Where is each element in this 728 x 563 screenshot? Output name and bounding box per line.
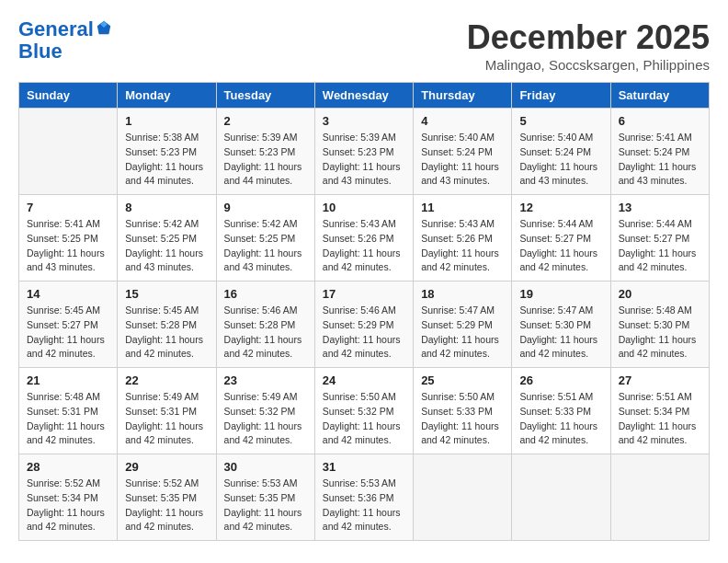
calendar-header: SundayMondayTuesdayWednesdayThursdayFrid… [19, 83, 710, 109]
calendar-day-2: 2Sunrise: 5:39 AM Sunset: 5:23 PM Daylig… [216, 109, 314, 195]
calendar-day-21: 21Sunrise: 5:48 AM Sunset: 5:31 PM Dayli… [19, 368, 118, 454]
day-number: 6 [619, 114, 701, 128]
day-number: 16 [224, 287, 307, 301]
calendar-week-3: 14Sunrise: 5:45 AM Sunset: 5:27 PM Dayli… [19, 282, 710, 368]
day-info: Sunrise: 5:49 AM Sunset: 5:32 PM Dayligh… [224, 390, 307, 448]
calendar-day-15: 15Sunrise: 5:45 AM Sunset: 5:28 PM Dayli… [118, 282, 216, 368]
day-info: Sunrise: 5:49 AM Sunset: 5:31 PM Dayligh… [125, 390, 208, 448]
day-number: 24 [323, 373, 405, 387]
day-number: 11 [421, 201, 504, 214]
calendar-week-5: 28Sunrise: 5:52 AM Sunset: 5:34 PM Dayli… [19, 454, 710, 541]
weekday-header-friday: Friday [512, 83, 610, 109]
page-header: General Blue December 2025 Malingao, Soc… [18, 18, 710, 73]
calendar-day-9: 9Sunrise: 5:42 AM Sunset: 5:25 PM Daylig… [216, 195, 314, 282]
calendar-day-7: 7Sunrise: 5:41 AM Sunset: 5:25 PM Daylig… [19, 195, 118, 282]
calendar-week-4: 21Sunrise: 5:48 AM Sunset: 5:31 PM Dayli… [19, 368, 710, 454]
day-number: 18 [421, 287, 504, 301]
day-info: Sunrise: 5:39 AM Sunset: 5:23 PM Dayligh… [323, 131, 405, 189]
calendar-week-1: 1Sunrise: 5:38 AM Sunset: 5:23 PM Daylig… [19, 109, 710, 195]
day-info: Sunrise: 5:47 AM Sunset: 5:29 PM Dayligh… [421, 304, 504, 362]
day-number: 30 [224, 460, 307, 474]
day-number: 1 [125, 114, 208, 128]
day-info: Sunrise: 5:45 AM Sunset: 5:28 PM Dayligh… [125, 304, 208, 362]
calendar-day-10: 10Sunrise: 5:43 AM Sunset: 5:26 PM Dayli… [314, 195, 413, 282]
calendar-day-12: 12Sunrise: 5:44 AM Sunset: 5:27 PM Dayli… [512, 195, 610, 282]
calendar-day-27: 27Sunrise: 5:51 AM Sunset: 5:34 PM Dayli… [610, 368, 709, 454]
day-info: Sunrise: 5:53 AM Sunset: 5:36 PM Dayligh… [323, 477, 405, 534]
day-info: Sunrise: 5:44 AM Sunset: 5:27 PM Dayligh… [619, 217, 701, 275]
day-number: 8 [125, 201, 208, 214]
weekday-header-monday: Monday [118, 83, 216, 109]
day-info: Sunrise: 5:40 AM Sunset: 5:24 PM Dayligh… [421, 131, 504, 189]
day-info: Sunrise: 5:51 AM Sunset: 5:34 PM Dayligh… [619, 390, 701, 448]
day-number: 2 [224, 114, 307, 128]
day-number: 7 [27, 201, 109, 214]
calendar-day-18: 18Sunrise: 5:47 AM Sunset: 5:29 PM Dayli… [414, 282, 512, 368]
day-info: Sunrise: 5:41 AM Sunset: 5:24 PM Dayligh… [619, 131, 701, 189]
day-info: Sunrise: 5:50 AM Sunset: 5:33 PM Dayligh… [421, 390, 504, 448]
day-info: Sunrise: 5:46 AM Sunset: 5:29 PM Dayligh… [323, 304, 405, 362]
day-number: 13 [619, 201, 701, 214]
calendar-day-16: 16Sunrise: 5:46 AM Sunset: 5:28 PM Dayli… [216, 282, 314, 368]
day-info: Sunrise: 5:43 AM Sunset: 5:26 PM Dayligh… [323, 217, 405, 275]
day-info: Sunrise: 5:51 AM Sunset: 5:33 PM Dayligh… [519, 390, 602, 448]
day-number: 28 [27, 460, 109, 474]
calendar-day-1: 1Sunrise: 5:38 AM Sunset: 5:23 PM Daylig… [118, 109, 216, 195]
day-info: Sunrise: 5:48 AM Sunset: 5:31 PM Dayligh… [27, 390, 109, 448]
weekday-header-sunday: Sunday [19, 83, 118, 109]
day-number: 20 [619, 287, 701, 301]
calendar-day-30: 30Sunrise: 5:53 AM Sunset: 5:35 PM Dayli… [216, 454, 314, 541]
calendar-day-5: 5Sunrise: 5:40 AM Sunset: 5:24 PM Daylig… [512, 109, 610, 195]
day-info: Sunrise: 5:43 AM Sunset: 5:26 PM Dayligh… [421, 217, 504, 275]
calendar-empty-cell [512, 454, 610, 541]
day-info: Sunrise: 5:40 AM Sunset: 5:24 PM Dayligh… [519, 131, 602, 189]
calendar-day-19: 19Sunrise: 5:47 AM Sunset: 5:30 PM Dayli… [512, 282, 610, 368]
calendar-day-24: 24Sunrise: 5:50 AM Sunset: 5:32 PM Dayli… [314, 368, 413, 454]
calendar-day-29: 29Sunrise: 5:52 AM Sunset: 5:35 PM Dayli… [118, 454, 216, 541]
logo-general: General [18, 17, 94, 40]
day-info: Sunrise: 5:50 AM Sunset: 5:32 PM Dayligh… [323, 390, 405, 448]
day-number: 3 [323, 114, 405, 128]
day-number: 19 [519, 287, 602, 301]
day-number: 23 [224, 373, 307, 387]
title-block: December 2025 Malingao, Soccsksargen, Ph… [467, 18, 710, 73]
calendar-empty-cell [414, 454, 512, 541]
day-info: Sunrise: 5:52 AM Sunset: 5:34 PM Dayligh… [27, 477, 109, 534]
day-number: 5 [519, 114, 602, 128]
calendar-day-22: 22Sunrise: 5:49 AM Sunset: 5:31 PM Dayli… [118, 368, 216, 454]
weekday-header-wednesday: Wednesday [314, 83, 413, 109]
calendar-day-31: 31Sunrise: 5:53 AM Sunset: 5:36 PM Dayli… [314, 454, 413, 541]
calendar-empty-cell [19, 109, 118, 195]
day-info: Sunrise: 5:41 AM Sunset: 5:25 PM Dayligh… [27, 217, 109, 275]
day-number: 27 [619, 373, 701, 387]
calendar-day-28: 28Sunrise: 5:52 AM Sunset: 5:34 PM Dayli… [19, 454, 118, 541]
day-info: Sunrise: 5:47 AM Sunset: 5:30 PM Dayligh… [519, 304, 602, 362]
day-number: 9 [224, 201, 307, 214]
day-number: 22 [125, 373, 208, 387]
day-number: 21 [27, 373, 109, 387]
calendar-day-25: 25Sunrise: 5:50 AM Sunset: 5:33 PM Dayli… [414, 368, 512, 454]
day-info: Sunrise: 5:46 AM Sunset: 5:28 PM Dayligh… [224, 304, 307, 362]
day-number: 17 [323, 287, 405, 301]
day-info: Sunrise: 5:42 AM Sunset: 5:25 PM Dayligh… [125, 217, 208, 275]
calendar-day-20: 20Sunrise: 5:48 AM Sunset: 5:30 PM Dayli… [610, 282, 709, 368]
calendar-body: 1Sunrise: 5:38 AM Sunset: 5:23 PM Daylig… [19, 109, 710, 541]
calendar-week-2: 7Sunrise: 5:41 AM Sunset: 5:25 PM Daylig… [19, 195, 710, 282]
calendar-day-23: 23Sunrise: 5:49 AM Sunset: 5:32 PM Dayli… [216, 368, 314, 454]
calendar-day-17: 17Sunrise: 5:46 AM Sunset: 5:29 PM Dayli… [314, 282, 413, 368]
calendar-day-4: 4Sunrise: 5:40 AM Sunset: 5:24 PM Daylig… [414, 109, 512, 195]
day-number: 15 [125, 287, 208, 301]
logo-icon [96, 19, 112, 36]
calendar-day-6: 6Sunrise: 5:41 AM Sunset: 5:24 PM Daylig… [610, 109, 709, 195]
logo-blue: Blue [18, 40, 112, 63]
calendar-empty-cell [610, 454, 709, 541]
calendar-day-14: 14Sunrise: 5:45 AM Sunset: 5:27 PM Dayli… [19, 282, 118, 368]
day-info: Sunrise: 5:52 AM Sunset: 5:35 PM Dayligh… [125, 477, 208, 534]
day-number: 12 [519, 201, 602, 214]
calendar-day-26: 26Sunrise: 5:51 AM Sunset: 5:33 PM Dayli… [512, 368, 610, 454]
calendar-day-13: 13Sunrise: 5:44 AM Sunset: 5:27 PM Dayli… [610, 195, 709, 282]
day-number: 29 [125, 460, 208, 474]
day-info: Sunrise: 5:38 AM Sunset: 5:23 PM Dayligh… [125, 131, 208, 189]
calendar-table: SundayMondayTuesdayWednesdayThursdayFrid… [18, 82, 710, 541]
logo: General Blue [18, 18, 112, 63]
